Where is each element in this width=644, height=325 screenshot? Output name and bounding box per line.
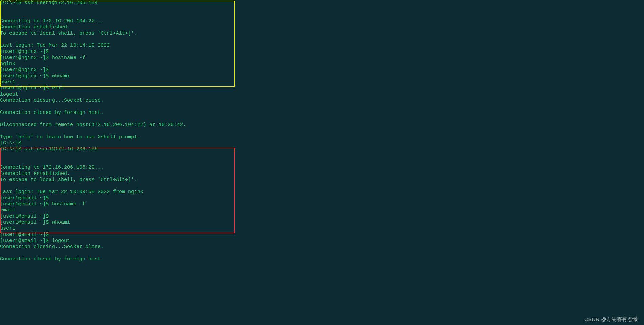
terminal-line: [user1@email ~]$ bbox=[0, 195, 644, 201]
terminal-line: logout bbox=[0, 92, 644, 98]
terminal-line: Connection closing...Socket close. bbox=[0, 98, 644, 104]
terminal-line: [user1@nginx ~]$ hostname -f bbox=[0, 55, 644, 61]
terminal-line: To escape to local shell, press 'Ctrl+Al… bbox=[0, 177, 644, 183]
terminal-line: Last login: Tue Mar 22 10:09:50 2022 fro… bbox=[0, 189, 644, 195]
terminal-line: [user1@email ~]$ bbox=[0, 232, 644, 238]
terminal-line: [C:\~]$ ssh user1@172.16.206.105 bbox=[0, 146, 644, 153]
terminal-line: Connection closing...Socket close. bbox=[0, 244, 644, 250]
terminal-line: Type `help' to learn how to use Xshell p… bbox=[0, 134, 644, 140]
terminal-line: To escape to local shell, press 'Ctrl+Al… bbox=[0, 31, 644, 37]
terminal-line: [user1@nginx ~]$ exit bbox=[0, 85, 644, 92]
terminal-line: [user1@nginx ~]$ whoami bbox=[0, 73, 644, 79]
terminal-line: Connection closed by foreign host. bbox=[0, 110, 644, 116]
terminal-line bbox=[0, 153, 644, 159]
terminal-line bbox=[0, 128, 644, 134]
terminal-line: Last login: Tue Mar 22 10:14:12 2022 bbox=[0, 43, 644, 49]
terminal-line: user1 bbox=[0, 226, 644, 232]
terminal-line: [C:\~]$ bbox=[0, 140, 644, 146]
terminal-line: nginx bbox=[0, 61, 644, 67]
terminal-line: Connecting to 172.16.206.105:22... bbox=[0, 165, 644, 171]
terminal-line: Connection established. bbox=[0, 24, 644, 31]
terminal-line: [C:\~]$ ssh user1@172.16.206.104 bbox=[0, 0, 644, 6]
terminal-line: [user1@nginx ~]$ bbox=[0, 49, 644, 55]
terminal-line bbox=[0, 37, 644, 43]
watermark-text: CSDN @方先森有点懒 bbox=[584, 316, 638, 322]
terminal-output[interactable]: [C:\~]$ ssh user1@172.16.206.104 Connect… bbox=[0, 0, 644, 262]
terminal-line: [user1@email ~]$ logout bbox=[0, 238, 644, 244]
terminal-line: Connecting to 172.16.206.104:22... bbox=[0, 18, 644, 24]
terminal-line bbox=[0, 12, 644, 18]
terminal-line: Disconnected from remote host(172.16.206… bbox=[0, 122, 644, 128]
terminal-line bbox=[0, 116, 644, 122]
terminal-line bbox=[0, 6, 644, 12]
terminal-line: email bbox=[0, 207, 644, 214]
terminal-line: [user1@nginx ~]$ bbox=[0, 67, 644, 73]
terminal-line: Connection closed by foreign host. bbox=[0, 256, 644, 262]
terminal-line bbox=[0, 104, 644, 110]
terminal-line bbox=[0, 159, 644, 165]
terminal-line: [user1@email ~]$ whoami bbox=[0, 220, 644, 226]
terminal-line bbox=[0, 250, 644, 256]
terminal-line: user1 bbox=[0, 79, 644, 85]
terminal-line bbox=[0, 183, 644, 189]
terminal-line: Connection established. bbox=[0, 171, 644, 177]
terminal-line: [user1@email ~]$ hostname -f bbox=[0, 201, 644, 207]
terminal-line: [user1@email ~]$ bbox=[0, 214, 644, 220]
